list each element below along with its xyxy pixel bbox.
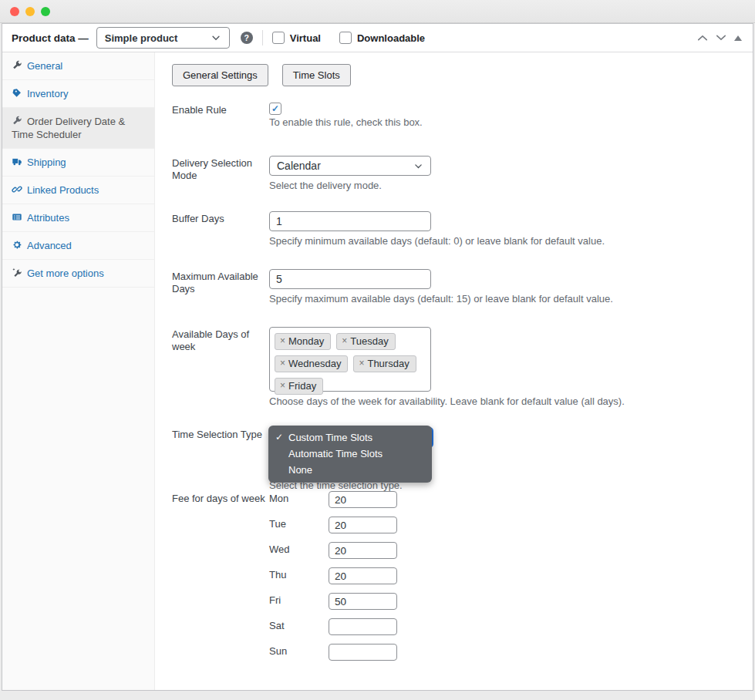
- close-window-button[interactable]: [10, 7, 19, 16]
- remove-tag-icon[interactable]: ×: [280, 358, 285, 369]
- option-custom-time-slots[interactable]: ✓Custom Time Slots: [268, 429, 432, 446]
- product-data-panel: Product data — Simple product ? Virtual …: [2, 23, 753, 691]
- fee-day-label: Fri: [269, 593, 329, 606]
- delivery-mode-help: Select the delivery mode.: [269, 180, 753, 191]
- toggle-panel-icon[interactable]: [734, 35, 742, 41]
- settings-form: Enable Rule ✓ To enable this rule, check…: [172, 103, 753, 669]
- fee-row-wed: Wed: [269, 542, 753, 559]
- product-type-select[interactable]: Simple product: [96, 27, 230, 49]
- minimize-window-button[interactable]: [25, 7, 35, 16]
- remove-tag-icon[interactable]: ×: [342, 335, 347, 347]
- fees-label: Fee for days of week: [172, 491, 269, 669]
- fee-input-thu[interactable]: [329, 567, 397, 584]
- sidebar-item-label: Inventory: [27, 88, 68, 99]
- sidebar-item-inventory[interactable]: Inventory: [2, 80, 154, 108]
- sidebar-item-order-delivery[interactable]: Order Delivery Date & Time Scheduler: [2, 108, 154, 149]
- metabox-controls: [697, 34, 742, 42]
- fee-row-thu: Thu: [269, 567, 753, 584]
- sidebar-item-label: Shipping: [27, 156, 66, 168]
- fee-row-sat: Sat: [269, 618, 753, 635]
- tab-general-settings[interactable]: General Settings: [172, 64, 268, 86]
- virtual-checkbox-group: Virtual: [272, 32, 321, 44]
- fee-input-tue[interactable]: [329, 517, 397, 533]
- downloadable-checkbox[interactable]: [339, 32, 352, 44]
- fee-row-tue: Tue: [269, 517, 753, 533]
- truck-icon: [12, 156, 22, 167]
- time-selection-popup: ✓Custom Time Slots Automatic Time Slots …: [268, 426, 432, 483]
- panel-title: Product data —: [12, 32, 89, 44]
- downloadable-checkbox-group: Downloadable: [339, 32, 425, 44]
- window-titlebar: [0, 0, 755, 23]
- traffic-lights: [10, 7, 50, 16]
- chevron-down-icon: [211, 32, 221, 43]
- sparkle-wrench-icon: [12, 268, 22, 278]
- move-up-icon[interactable]: [697, 34, 708, 42]
- chevron-down-icon: [413, 161, 423, 171]
- panel-body: General Inventory Order Delivery Date & …: [2, 52, 753, 690]
- day-tag: ×Tuesday: [336, 333, 395, 350]
- buffer-days-input[interactable]: [269, 211, 431, 231]
- product-data-tabs: General Inventory Order Delivery Date & …: [2, 52, 155, 690]
- time-selection-dropdown: ✓Custom Time Slots Automatic Time Slots …: [269, 427, 434, 477]
- remove-tag-icon[interactable]: ×: [280, 335, 285, 347]
- day-tag: ×Friday: [275, 378, 323, 395]
- divider: [262, 30, 263, 45]
- sidebar-item-label: Advanced: [27, 240, 72, 251]
- fee-input-sat[interactable]: [329, 618, 397, 635]
- fee-input-sun[interactable]: [329, 644, 397, 661]
- available-days-label: Available Days of week: [172, 327, 269, 407]
- max-days-label: Maximum Available Days: [172, 269, 269, 305]
- tab-time-slots[interactable]: Time Slots: [282, 64, 351, 86]
- sidebar-item-general[interactable]: General: [2, 52, 154, 80]
- product-type-value: Simple product: [105, 32, 178, 44]
- product-data-header: Product data — Simple product ? Virtual …: [2, 24, 753, 52]
- day-tag: ×Monday: [275, 333, 331, 350]
- day-tag-label: Wednesday: [288, 358, 341, 369]
- remove-tag-icon[interactable]: ×: [359, 358, 364, 369]
- fee-day-label: Mon: [269, 491, 329, 504]
- sidebar-item-shipping[interactable]: Shipping: [2, 149, 154, 177]
- sidebar-item-advanced[interactable]: Advanced: [2, 232, 154, 260]
- available-days-row: Available Days of week ×Monday ×Tuesday …: [172, 327, 753, 407]
- enable-rule-checkbox[interactable]: ✓: [269, 103, 281, 115]
- check-icon: ✓: [275, 431, 283, 444]
- buffer-days-row: Buffer Days Specify minimum available da…: [172, 211, 753, 247]
- max-days-row: Maximum Available Days Specify maximum a…: [172, 269, 753, 305]
- fee-input-fri[interactable]: [329, 593, 397, 610]
- remove-tag-icon[interactable]: ×: [280, 380, 285, 392]
- max-days-input[interactable]: [269, 269, 431, 289]
- fee-day-label: Sat: [269, 618, 329, 631]
- move-down-icon[interactable]: [716, 34, 726, 42]
- available-days-multiselect[interactable]: ×Monday ×Tuesday ×Wednesday ×Thursday ×F…: [269, 327, 431, 392]
- fee-input-wed[interactable]: [329, 542, 397, 559]
- buffer-days-help: Specify minimum available days (default:…: [269, 235, 753, 247]
- day-tag-label: Friday: [288, 380, 316, 392]
- buffer-days-label: Buffer Days: [172, 211, 269, 247]
- fee-row-sun: Sun: [269, 644, 753, 661]
- option-none[interactable]: None: [268, 462, 432, 478]
- enable-rule-help: To enable this rule, check this box.: [269, 116, 753, 128]
- sidebar-item-attributes[interactable]: Attributes: [2, 204, 154, 232]
- virtual-label: Virtual: [290, 32, 321, 44]
- sidebar-item-label: Attributes: [27, 212, 69, 224]
- fee-day-label: Tue: [269, 517, 329, 530]
- option-automatic-time-slots[interactable]: Automatic Time Slots: [268, 446, 432, 462]
- help-icon[interactable]: ?: [241, 32, 253, 44]
- downloadable-label: Downloadable: [357, 32, 425, 44]
- fee-day-label: Wed: [269, 542, 329, 555]
- sidebar-item-label: Order Delivery Date & Time Scheduler: [12, 116, 125, 140]
- link-icon: [12, 184, 22, 194]
- sidebar-item-linked-products[interactable]: Linked Products: [2, 177, 154, 204]
- fee-row-fri: Fri: [269, 593, 753, 610]
- sidebar-item-label: General: [27, 60, 62, 72]
- settings-tabs: General Settings Time Slots: [172, 64, 753, 86]
- sidebar-item-get-more-options[interactable]: Get more options: [2, 260, 154, 288]
- day-tag: ×Thursday: [353, 355, 416, 372]
- virtual-checkbox[interactable]: [272, 32, 285, 44]
- delivery-mode-select[interactable]: Calendar: [269, 156, 431, 176]
- available-days-help: Choose days of the week for availability…: [269, 395, 753, 407]
- sidebar-item-label: Linked Products: [27, 184, 99, 196]
- fees-row: Fee for days of week Mon Tue Wed: [172, 491, 753, 669]
- zoom-window-button[interactable]: [41, 7, 50, 16]
- fee-input-mon[interactable]: [329, 491, 397, 508]
